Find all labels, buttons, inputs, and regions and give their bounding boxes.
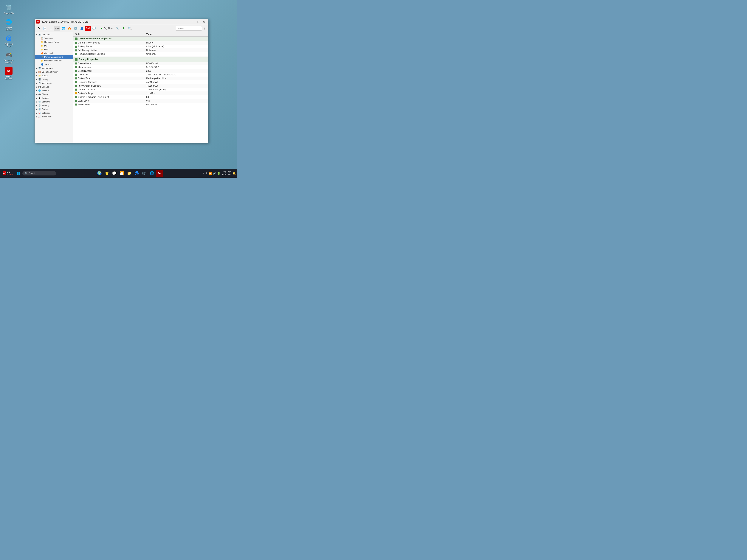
tree-item-devices[interactable]: ▶ 📱 Devices <box>35 96 73 100</box>
osd-button[interactable]: OSD <box>85 26 91 31</box>
vix-indicator[interactable]: VIX -1.54% <box>1 171 14 176</box>
expand-computer[interactable]: ▼ <box>35 33 38 36</box>
tree-item-computer[interactable]: ▼ 💻 Computer <box>35 33 73 36</box>
more-button[interactable]: ⋮ <box>202 26 207 31</box>
value-device-name: PC03043XL <box>144 61 208 65</box>
notification-icon[interactable]: 🔔 <box>232 172 236 175</box>
toolbar: ↻ 📄 ⎯ MEM 🌐 🔥 ⚙️ 👤 OSD 🕐 ★ Buy Now 🔧 ⬇ 🔍… <box>35 25 208 32</box>
app-window: 64 AIDA64 Extreme v7.20.6802 [ TRIAL VER… <box>34 19 208 143</box>
memory-button[interactable]: MEM <box>54 26 60 31</box>
expand-motherboard[interactable]: ▶ <box>35 67 38 70</box>
minimize-button[interactable]: − <box>190 20 195 24</box>
taskbar-app-globe[interactable]: 🌍 <box>96 170 103 177</box>
recycle-bin-label: Recycle Bin <box>4 12 14 15</box>
taskbar-clock[interactable]: 9:57 AM 3/19/2024 <box>222 170 231 176</box>
taskbar-app-edge[interactable]: 🌀 <box>133 170 140 177</box>
tree-item-network[interactable]: ▶ 🌐 Network <box>35 89 73 92</box>
vix-text: VIX -1.54% <box>7 171 13 176</box>
tree-item-computer-name[interactable]: 📁 Computer Name <box>35 40 73 44</box>
table-row: Current Power Source Battery <box>73 41 208 45</box>
tree-item-security[interactable]: ▶ 🛡️ Security <box>35 104 73 107</box>
close-button[interactable]: ✕ <box>201 20 207 24</box>
refresh-button[interactable]: ↻ <box>36 26 42 31</box>
tree-item-portable-computer[interactable]: 📁 Portable Computer <box>35 59 73 62</box>
vix-icon <box>3 171 6 175</box>
tree-item-display[interactable]: ▶ 🖥️ Display <box>35 77 73 81</box>
spacer-row <box>73 56 208 57</box>
tree-item-os[interactable]: ▶ 🪟 Operating System <box>35 70 73 74</box>
maximize-button[interactable]: □ <box>196 20 201 24</box>
tree-item-directx[interactable]: ▶ 🎮 DirectX <box>35 92 73 96</box>
taskbar-app-folder[interactable]: 📁 <box>126 170 133 177</box>
buy-now-label: Buy Now <box>104 27 112 30</box>
tree-item-summary[interactable]: 📋 Summary <box>35 36 73 40</box>
start-button[interactable] <box>15 170 22 177</box>
row-icon <box>75 85 77 87</box>
tree-item-config[interactable]: ▶ ⚙️ Config <box>35 107 73 111</box>
directx-icon: 🎮 <box>38 93 41 96</box>
field-unique-id: Unique ID <box>73 73 144 77</box>
taskbar-apps: 🌍 ⭐ 💬 🎦 📁 🌀 🛒 🌐 64 <box>57 170 202 177</box>
desktop-icon-streamlabs[interactable]: 🎮 StreamlabsDesktop <box>2 51 15 64</box>
recycle-bin-icon: 🗑️ <box>5 4 13 11</box>
summary-icon: 📋 <box>41 37 44 40</box>
search-toolbar-button[interactable]: 🔍 <box>127 26 133 31</box>
taskbar-search-label: Search <box>29 172 35 175</box>
volume-icon[interactable]: 🔊 <box>213 172 216 175</box>
tree-item-database[interactable]: ▶ 📊 Database <box>35 111 73 115</box>
desktop-icon-chrome[interactable]: 🌐 GoogleChrome <box>2 18 15 31</box>
clock-button[interactable]: 🕐 <box>91 26 97 31</box>
table-row: Current Capacity 37145 mWh (82 %) <box>73 88 208 91</box>
buy-now-button[interactable]: ★ Buy Now <box>99 26 114 30</box>
section-header-power-management: Power Management Properties <box>73 36 208 41</box>
tree-item-power-management[interactable]: ⚡ Power Management <box>35 55 73 59</box>
desktop-icon-recycle-bin[interactable]: 🗑️ Recycle Bin <box>2 4 15 15</box>
report-button[interactable]: 📄 <box>42 26 48 31</box>
tree-item-storage[interactable]: ▶ 💾 Storage <box>35 85 73 89</box>
desktop-icon-edge[interactable]: 🌀 MicrosoftEdge <box>2 34 15 47</box>
taskbar-app-aida[interactable]: 64 <box>156 170 163 177</box>
separator-button[interactable]: ⎯ <box>48 26 54 31</box>
download-button[interactable]: ⬇ <box>121 26 126 31</box>
fire-button[interactable]: 🔥 <box>67 26 72 31</box>
sensor-label: Sensor <box>44 63 51 65</box>
row-icon <box>75 70 77 72</box>
power-management-section-title: Power Management Properties <box>73 36 208 41</box>
search-input[interactable] <box>176 26 202 31</box>
desktop-icon-aida64[interactable]: 64 AIDA64Extreme <box>2 67 15 80</box>
taskbar-app-star[interactable]: ⭐ <box>103 170 110 177</box>
row-icon <box>75 49 77 52</box>
tree-item-multimedia[interactable]: ▶ 🎵 Multimedia <box>35 81 73 85</box>
taskbar-app-zoom[interactable]: 🎦 <box>119 170 126 177</box>
portable-computer-label: Portable Computer <box>44 59 61 62</box>
taskbar-app-store[interactable]: 🛒 <box>141 170 148 177</box>
security-icon: 🛡️ <box>38 104 41 107</box>
chrome-label: GoogleChrome <box>5 27 12 31</box>
aida64-icon: 64 <box>5 67 12 75</box>
taskbar-search-bar[interactable]: 🔍 Search <box>22 171 56 176</box>
tree-item-motherboard[interactable]: ▶ 🖥️ Motherboard <box>35 66 73 70</box>
tree-item-overclock[interactable]: 🔥 Overclock <box>35 51 73 55</box>
tree-item-sensor[interactable]: 🔵 Sensor <box>35 62 73 66</box>
table-row: Charge-Discharge Cycle Count 53 <box>73 95 208 99</box>
tree-item-server[interactable]: ▶ 📁 Server <box>35 74 73 77</box>
config-icon: ⚙️ <box>38 108 41 111</box>
tree-item-dmi[interactable]: 📁 DMI <box>35 44 73 48</box>
tree-item-ipmi[interactable]: 📁 IPMI <box>35 48 73 51</box>
taskbar-app-chat[interactable]: 💬 <box>111 170 118 177</box>
user-button[interactable]: 👤 <box>79 26 85 31</box>
value-designed-capacity: 45218 mWh <box>144 80 208 84</box>
power-management-label: Power Management <box>44 56 62 58</box>
chevron-up-icon[interactable]: ∧ <box>203 172 205 175</box>
taskbar-app-chrome[interactable]: 🌐 <box>148 170 155 177</box>
wrench-button[interactable]: 🔧 <box>115 26 120 31</box>
ipmi-label: IPMI <box>44 48 49 51</box>
window-controls: − □ ✕ <box>190 20 207 24</box>
tree-item-software[interactable]: ▶ 💿 Software <box>35 100 73 104</box>
section-header-battery-properties: Battery Properties <box>73 57 208 61</box>
network2-button[interactable]: 🌐 <box>60 26 66 31</box>
tree-item-benchmark[interactable]: ▶ 📈 Benchmark <box>35 115 73 118</box>
left-panel: ▼ 💻 Computer 📋 Summary 📁 Computer Name � <box>35 32 73 142</box>
taskbar: VIX -1.54% 🔍 Search 🌍 ⭐ 💬 🎦 📁 🌀 <box>0 169 237 178</box>
tools-button[interactable]: ⚙️ <box>73 26 78 31</box>
